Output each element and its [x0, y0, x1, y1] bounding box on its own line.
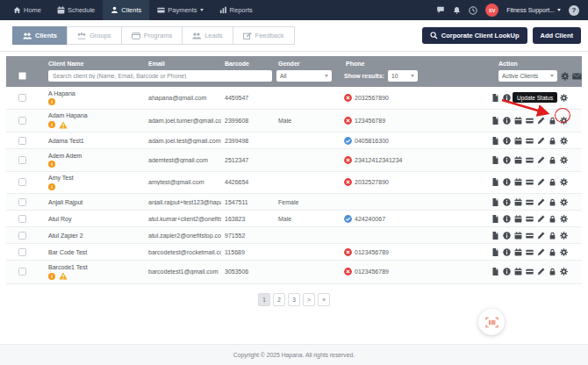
gear-icon[interactable] — [560, 232, 568, 240]
calendar-icon[interactable] — [514, 215, 522, 223]
show-results-select[interactable]: 10 — [388, 70, 418, 82]
page-button-last[interactable]: » — [318, 293, 330, 306]
client-name[interactable]: Atul Roy — [48, 216, 145, 222]
card-icon[interactable] — [526, 137, 534, 145]
row-checkbox[interactable] — [18, 156, 26, 164]
calendar-icon[interactable] — [514, 117, 522, 125]
user-menu[interactable]: Fitness Support... — [506, 7, 561, 13]
tab-groups[interactable]: Groups — [67, 26, 122, 45]
gear-icon[interactable] — [560, 215, 568, 223]
bell-icon[interactable] — [453, 6, 461, 15]
info-icon[interactable] — [503, 215, 511, 223]
pencil-icon[interactable] — [537, 198, 545, 206]
nav-home[interactable]: Home — [5, 0, 49, 20]
calendar-icon[interactable] — [514, 137, 522, 145]
tab-clients[interactable]: Clients — [12, 26, 68, 45]
client-name[interactable]: Amy Test — [48, 175, 145, 181]
client-name[interactable]: Anjali Rajput — [48, 199, 145, 205]
gear-icon[interactable] — [560, 156, 568, 164]
calendar-icon[interactable] — [514, 198, 522, 206]
avatar[interactable]: SV — [485, 4, 498, 17]
lock-icon[interactable] — [549, 268, 556, 276]
gear-icon[interactable] — [560, 178, 568, 186]
gear-icon[interactable] — [560, 94, 568, 102]
pencil-icon[interactable] — [537, 178, 545, 186]
tab-feedback[interactable]: Feedback — [233, 26, 295, 45]
row-checkbox[interactable] — [18, 94, 26, 102]
nav-schedule[interactable]: Schedule — [49, 0, 103, 20]
client-name[interactable]: Atul Zapier 2 — [48, 233, 145, 239]
client-status-select[interactable]: Active Clients — [498, 70, 557, 82]
row-checkbox[interactable] — [18, 198, 26, 206]
pencil-icon[interactable] — [537, 94, 545, 102]
card-icon[interactable] — [526, 198, 534, 206]
calendar-icon[interactable] — [514, 232, 522, 240]
client-name[interactable]: A Hapana — [48, 90, 145, 97]
search-input[interactable] — [48, 70, 272, 82]
calendar-icon[interactable] — [514, 248, 522, 256]
gear-icon[interactable] — [560, 248, 568, 256]
info-icon[interactable] — [503, 198, 511, 206]
gear-icon[interactable] — [560, 268, 568, 276]
file-icon[interactable] — [491, 137, 499, 145]
nav-payments[interactable]: Payments — [149, 0, 211, 20]
clock-icon[interactable] — [469, 6, 477, 15]
pencil-icon[interactable] — [537, 268, 545, 276]
tab-leads[interactable]: Leads — [182, 26, 233, 45]
info-icon[interactable] — [503, 156, 511, 164]
info-icon[interactable] — [503, 117, 511, 125]
calendar-icon[interactable] — [514, 94, 522, 102]
info-icon[interactable] — [503, 248, 511, 256]
nav-reports[interactable]: Reports — [212, 0, 261, 20]
pencil-icon[interactable] — [537, 117, 545, 125]
card-icon[interactable] — [526, 248, 534, 256]
client-name[interactable]: Adem Adem — [48, 153, 145, 159]
pencil-icon[interactable] — [537, 215, 545, 223]
lock-icon[interactable] — [549, 117, 556, 125]
add-client-button[interactable]: Add Client — [533, 27, 582, 44]
file-icon[interactable] — [491, 156, 499, 164]
row-checkbox[interactable] — [18, 215, 26, 223]
lock-icon[interactable] — [549, 94, 556, 102]
row-checkbox[interactable] — [18, 248, 26, 256]
card-icon[interactable] — [526, 178, 534, 186]
gear-icon[interactable] — [560, 117, 568, 125]
file-icon[interactable] — [491, 248, 499, 256]
row-checkbox[interactable] — [18, 268, 26, 276]
pencil-icon[interactable] — [537, 232, 545, 240]
file-icon[interactable] — [491, 215, 499, 223]
gear-icon[interactable] — [560, 198, 568, 206]
file-icon[interactable] — [491, 94, 499, 102]
row-checkbox[interactable] — [18, 178, 26, 186]
card-icon[interactable] — [526, 232, 534, 240]
client-name[interactable]: Adama Test1 — [48, 138, 145, 144]
row-checkbox[interactable] — [18, 232, 26, 240]
envelope-icon[interactable] — [572, 73, 582, 80]
page-button-1[interactable]: 1 — [258, 293, 270, 306]
file-icon[interactable] — [491, 178, 499, 186]
barcode-scan-fab[interactable] — [478, 309, 505, 335]
pencil-icon[interactable] — [537, 156, 545, 164]
pencil-icon[interactable] — [537, 137, 545, 145]
info-icon[interactable] — [503, 137, 511, 145]
info-icon[interactable] — [503, 232, 511, 240]
info-icon[interactable] — [503, 268, 511, 276]
client-name[interactable]: Adam Hapana — [48, 112, 145, 118]
calendar-icon[interactable] — [514, 178, 522, 186]
help-icon[interactable]: ? — [569, 5, 579, 16]
card-icon[interactable] — [526, 215, 534, 223]
page-button-3[interactable]: 3 — [288, 293, 300, 306]
file-icon[interactable] — [491, 117, 499, 125]
file-icon[interactable] — [491, 198, 499, 206]
lock-icon[interactable] — [549, 198, 556, 206]
lock-icon[interactable] — [549, 178, 556, 186]
client-name[interactable]: Bar Code Test — [48, 249, 145, 255]
lock-icon[interactable] — [549, 156, 556, 164]
gear-icon[interactable] — [561, 72, 570, 81]
page-button-next[interactable]: > — [303, 293, 315, 306]
file-icon[interactable] — [491, 232, 499, 240]
info-icon[interactable] — [503, 94, 511, 102]
card-icon[interactable] — [526, 268, 534, 276]
card-icon[interactable] — [526, 156, 534, 164]
row-checkbox[interactable] — [18, 117, 26, 125]
